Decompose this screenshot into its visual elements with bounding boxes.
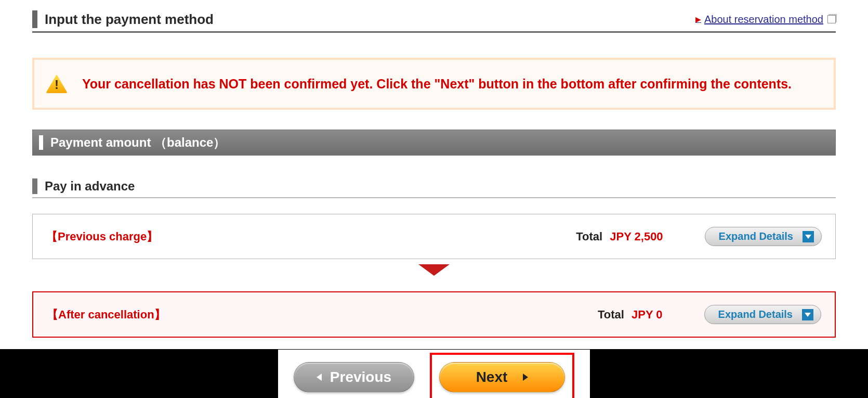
arrow-down-icon — [418, 264, 450, 276]
about-reservation-link[interactable]: ▶ About reservation method — [695, 14, 836, 25]
total-label: Total — [598, 308, 624, 321]
previous-charge-total: Total JPY 2,500 — [576, 230, 663, 243]
page-title: Input the payment method — [45, 11, 214, 28]
next-button-highlight: Next — [430, 353, 574, 398]
caret-right-icon: ▶ — [695, 15, 701, 23]
about-reservation-label: About reservation method — [704, 14, 823, 25]
payment-amount-header: Payment amount （balance） — [32, 130, 836, 156]
external-window-icon — [827, 15, 836, 23]
after-cancellation-box: 【After cancellation】 Total JPY 0 Expand … — [32, 291, 836, 338]
previous-charge-box: 【Previous charge】 Total JPY 2,500 Expand… — [32, 214, 836, 259]
next-button[interactable]: Next — [439, 362, 565, 392]
section-header: Input the payment method ▶ About reserva… — [32, 10, 836, 33]
next-label: Next — [476, 369, 508, 386]
after-cancellation-amount: JPY 0 — [632, 308, 663, 321]
footer-inner: Previous Next — [278, 350, 590, 398]
warning-icon — [46, 74, 68, 93]
expand-after-label: Expand Details — [718, 309, 793, 320]
chevron-down-icon — [803, 231, 814, 242]
pay-in-advance-header: Pay in advance — [32, 178, 836, 198]
header-accent-bar — [32, 10, 37, 28]
triangle-right-icon — [523, 374, 528, 381]
after-cancellation-total: Total JPY 0 — [598, 308, 663, 322]
after-cancellation-label: 【After cancellation】 — [47, 307, 166, 323]
previous-label: Previous — [330, 369, 391, 386]
footer-nav: Previous Next — [0, 349, 868, 398]
previous-button[interactable]: Previous — [294, 362, 414, 392]
total-label: Total — [576, 230, 602, 243]
chevron-down-icon — [802, 309, 813, 320]
expand-previous-label: Expand Details — [719, 230, 793, 242]
expand-previous-button[interactable]: Expand Details — [705, 227, 822, 246]
warning-message: Your cancellation has NOT been confirmed… — [82, 76, 792, 92]
payment-amount-title: Payment amount （balance） — [50, 134, 226, 151]
warning-banner: Your cancellation has NOT been confirmed… — [32, 58, 836, 110]
minor-accent-bar — [32, 178, 37, 194]
expand-after-button[interactable]: Expand Details — [704, 305, 821, 324]
subheader-accent-bar — [39, 135, 43, 150]
previous-charge-amount: JPY 2,500 — [610, 230, 663, 243]
previous-charge-label: 【Previous charge】 — [46, 229, 158, 245]
pay-in-advance-title: Pay in advance — [45, 179, 135, 194]
triangle-left-icon — [317, 374, 322, 381]
